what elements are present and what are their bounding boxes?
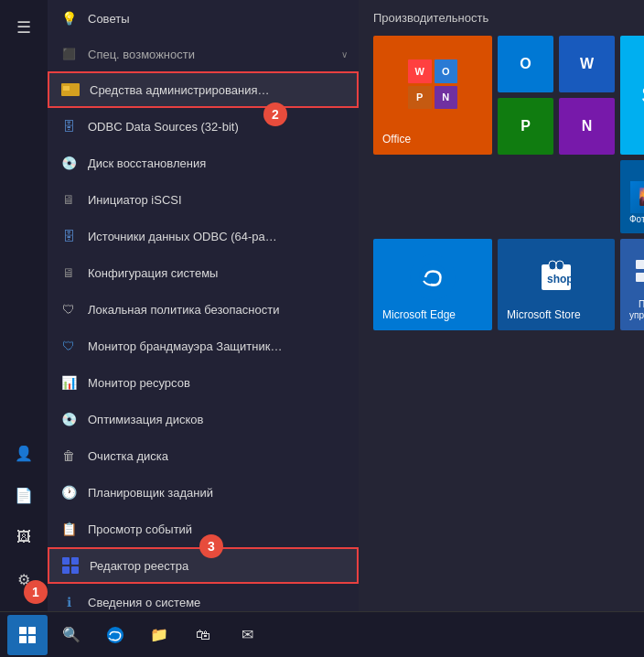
apps-list: 💡 Советы ⬛ Спец. возможности ∨ [48, 0, 359, 657]
app-item-disk-voss[interactable]: 💿 Диск восстановления [48, 145, 359, 181]
prosmotr-label: Просмотр событий [88, 522, 348, 536]
office-tile-label: Office [379, 129, 414, 149]
tile-onenote[interactable]: N [559, 98, 615, 155]
iniciator-label: Инициатор iSCSI [88, 193, 348, 207]
office-cell-ppt: P [408, 86, 432, 110]
search-icon: 🔍 [62, 626, 80, 643]
app-item-monitor-res[interactable]: 📊 Монитор ресурсов [48, 364, 359, 401]
istochniki-icon: 🗄 [59, 226, 79, 246]
tile-word[interactable]: W [559, 36, 615, 92]
svg-text:shop: shop [547, 273, 574, 285]
app-item-iniciator[interactable]: 🖥 Инициатор iSCSI [48, 181, 359, 218]
svg-rect-16 [28, 627, 36, 634]
svedeniya-icon: ℹ [59, 592, 79, 612]
prosmotr-icon: 📋 [59, 519, 79, 539]
spec-voz-chevron: ∨ [341, 49, 348, 59]
monitor-res-label: Монитор ресурсов [88, 376, 348, 390]
taskbar-store-button[interactable]: 🛍 [183, 615, 223, 655]
app-item-konfiguracia[interactable]: 🖥 Конфигурация системы [48, 254, 359, 291]
optim-disk-label: Оптимизация дисков [88, 413, 348, 426]
office-cell-outlook: O [435, 59, 458, 83]
tile-ppt[interactable]: P [498, 98, 553, 155]
tiles-section-title: Производительность [373, 11, 644, 25]
monitor-brand-icon: 🛡 [59, 336, 79, 356]
store-icon: shop [538, 257, 574, 297]
svg-rect-1 [63, 86, 70, 91]
edge-tile-label: Microsoft Edge [379, 305, 459, 325]
outlook-icon: O [520, 56, 531, 72]
local-policy-icon: 🛡 [59, 299, 79, 319]
search-button[interactable]: 🔍 [51, 615, 91, 655]
store-tile-label: Microsoft Store [503, 305, 585, 325]
app-item-sovety[interactable]: 💡 Советы [48, 0, 359, 37]
tile-photos[interactable]: 🌄 Фотографии [620, 160, 644, 233]
app-item-monitor-brand[interactable]: 🛡 Монитор брандмауэра Защитник… [48, 328, 359, 364]
onenote-icon: N [582, 118, 593, 135]
taskbar-mail-button[interactable]: ✉ [227, 615, 267, 655]
svg-rect-8 [549, 261, 556, 270]
taskbar: 🔍 📁 🛍 ✉ [0, 611, 644, 657]
user-profile-icon[interactable]: 👤 [5, 435, 42, 471]
app-item-spec-voz[interactable]: ⬛ Спец. возможности ∨ [48, 37, 359, 71]
app-item-optim-disk[interactable]: 💿 Оптимизация дисков [48, 401, 359, 437]
tiles-panel: Производительность W O P [359, 0, 644, 657]
sredstva-admin-icon [60, 80, 80, 100]
planner-icon: 🕐 [59, 482, 79, 502]
apps-panel: 💡 Советы ⬛ Спец. возможности ∨ [48, 0, 359, 657]
tile-store[interactable]: shop Microsoft Store [498, 239, 615, 330]
app-item-regedit[interactable]: Редактор реестра [48, 547, 359, 584]
svedeniya-label: Сведения о системе [88, 596, 348, 609]
konfiguracia-label: Конфигурация системы [88, 266, 348, 280]
svg-rect-11 [636, 260, 644, 269]
svg-rect-15 [19, 627, 27, 634]
disk-voss-label: Диск восстановления [88, 156, 348, 170]
svg-point-6 [419, 264, 446, 291]
spec-voz-icon: ⬛ [59, 44, 79, 64]
sovety-label: Советы [88, 12, 348, 26]
edge-icon [410, 254, 456, 300]
word-icon: W [580, 56, 594, 72]
tile-office[interactable]: W O P N Office [373, 36, 492, 155]
explorer-icon: 📁 [150, 626, 168, 643]
istochniki-label: Источники данных ODBC (64-ра… [88, 230, 348, 243]
optim-disk-icon: 💿 [59, 409, 79, 429]
konfiguracia-icon: 🖥 [59, 263, 79, 283]
svg-rect-3 [71, 557, 79, 565]
sovety-icon: 💡 [59, 8, 79, 28]
tile-outlook[interactable]: O [498, 36, 553, 92]
app-item-odbc32[interactable]: 🗄 ODBC Data Sources (32-bit) [48, 108, 359, 145]
mail-icon: ✉ [242, 626, 253, 643]
app-item-ochistka[interactable]: 🗑 Очистка диска [48, 437, 359, 474]
tile-control-panel[interactable]: Панель управления [620, 239, 644, 330]
hamburger-menu-icon[interactable]: ☰ [5, 9, 42, 46]
taskbar-edge-button[interactable] [95, 615, 135, 655]
svg-rect-9 [556, 261, 564, 270]
ochistka-label: Очистка диска [88, 449, 348, 463]
svg-rect-2 [62, 557, 70, 565]
pictures-icon[interactable]: 🖼 [5, 519, 42, 555]
app-item-prosmotr[interactable]: 📋 Просмотр событий [48, 511, 359, 547]
monitor-res-icon: 📊 [59, 372, 79, 393]
planner-label: Планировщик заданий [88, 486, 348, 500]
svg-rect-4 [62, 566, 70, 574]
svg-rect-5 [71, 566, 79, 574]
app-item-planner[interactable]: 🕐 Планировщик заданий [48, 474, 359, 511]
app-item-sredstva-admin[interactable]: Средства администрирования… [48, 71, 359, 108]
office-cell-onenote: N [435, 86, 458, 110]
office-cell-word: W [408, 59, 432, 83]
iniciator-icon: 🖥 [59, 189, 79, 210]
start-button[interactable] [7, 615, 48, 655]
app-item-istochniki[interactable]: 🗄 Источники данных ODBC (64-ра… [48, 218, 359, 254]
sredstva-admin-label: Средства администрирования… [90, 83, 346, 97]
documents-icon[interactable]: 📄 [5, 477, 42, 513]
app-item-local-policy[interactable]: 🛡 Локальная политика безопасности [48, 291, 359, 328]
ochistka-icon: 🗑 [59, 446, 79, 466]
regedit-icon [60, 555, 80, 576]
taskbar-explorer-button[interactable]: 📁 [139, 615, 179, 655]
photos-icon: 🌄 [630, 181, 644, 213]
tile-skype[interactable]: S [620, 36, 644, 155]
photos-tile-label: Фотографии [626, 210, 644, 228]
settings-icon[interactable]: ⚙ [5, 561, 42, 598]
tile-edge[interactable]: Microsoft Edge [373, 239, 492, 330]
svg-rect-18 [28, 636, 36, 643]
